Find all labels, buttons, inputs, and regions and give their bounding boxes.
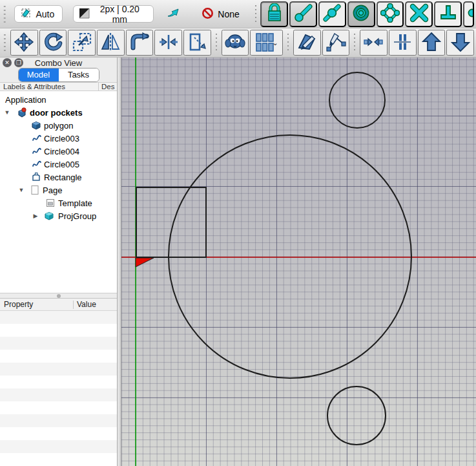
tree-column-header: Labels & Attributes Des <box>0 82 117 91</box>
working-plane-origin-marker[interactable] <box>136 258 154 267</box>
property-column-header[interactable]: Property <box>0 300 73 309</box>
linewidth-button[interactable]: 2px | 0.20 mm <box>73 5 154 23</box>
sketch-circle[interactable] <box>327 387 386 445</box>
array-button[interactable]: ⌄ <box>250 30 282 56</box>
autogroup-button[interactable]: None <box>198 5 243 24</box>
snap-intersection-icon <box>409 3 429 25</box>
snap-special-button[interactable] <box>377 1 404 27</box>
property-row[interactable] <box>0 376 117 388</box>
edit-button[interactable] <box>293 30 321 56</box>
tree-row-circle004[interactable]: Circle004 <box>0 145 117 158</box>
scale-icon <box>72 32 92 54</box>
tree-row-projgroup[interactable]: ▶ ProjGroup <box>0 209 117 222</box>
apply-style-button[interactable] <box>163 5 185 24</box>
snap-perpendicular-button[interactable] <box>434 1 462 27</box>
scale-button[interactable] <box>68 30 96 56</box>
linewidth-label: 2px | 0.20 mm <box>94 4 145 25</box>
tab-model[interactable]: Model <box>19 69 59 81</box>
tree-row-circle005[interactable]: Circle005 <box>0 158 117 171</box>
downgrade-button[interactable] <box>446 30 474 56</box>
toolbar-separator <box>214 32 218 53</box>
combo-view-tabs: Model Tasks <box>0 68 117 82</box>
split-icon <box>393 32 412 54</box>
toolbar-drag-handle[interactable] <box>3 5 6 24</box>
snap-endpoint-button[interactable] <box>289 1 317 27</box>
property-row[interactable] <box>0 324 117 337</box>
mirror-icon <box>101 32 120 54</box>
tree-row-template[interactable]: Template <box>0 196 117 209</box>
offset-button[interactable] <box>126 30 154 56</box>
rotate-button[interactable] <box>39 30 67 56</box>
apply-style-arrow-icon <box>167 8 181 20</box>
tree-row-page[interactable]: ▼ Page <box>0 184 117 196</box>
panel-splitter[interactable] <box>0 293 117 299</box>
workingplane-auto-label: Auto <box>36 9 54 19</box>
upgrade-button[interactable] <box>418 30 446 56</box>
combo-view-titlebar: ✕ ❐ Combo View <box>0 58 117 68</box>
tree-row-polygon[interactable]: polygon <box>0 119 117 132</box>
property-row[interactable] <box>0 414 117 427</box>
property-row[interactable] <box>0 311 117 324</box>
stretch-button[interactable] <box>183 30 211 56</box>
property-row[interactable] <box>0 363 117 376</box>
property-row[interactable] <box>0 388 117 401</box>
sketch-circle[interactable] <box>329 72 385 128</box>
property-row[interactable] <box>0 440 117 453</box>
expander-down-icon[interactable]: ▼ <box>18 187 25 193</box>
edit-icon <box>296 32 317 54</box>
snap-partial-clipped-button[interactable] <box>463 1 474 27</box>
template-icon <box>45 198 56 208</box>
clone-sheep-icon <box>225 32 245 54</box>
toolbar-separator <box>353 32 357 53</box>
snap-special-icon <box>380 3 400 25</box>
tree-row-circle003[interactable]: Circle003 <box>0 132 117 145</box>
sketch-rectangle[interactable] <box>136 187 206 257</box>
property-rows <box>0 311 117 466</box>
snap-lock-button[interactable] <box>260 1 288 27</box>
array-dropdown-caret[interactable]: ⌄ <box>273 39 278 47</box>
wire-curve-icon <box>32 146 42 156</box>
property-row[interactable] <box>0 453 117 466</box>
workingplane-auto-button[interactable]: Auto <box>14 5 63 23</box>
split-button[interactable] <box>389 30 417 56</box>
subelement-highlight-icon <box>326 32 346 54</box>
tree-row-rectangle[interactable]: Rectangle <box>0 171 117 184</box>
value-column-header[interactable]: Value <box>74 300 96 309</box>
move-icon <box>14 32 34 54</box>
property-table-header: Property Value <box>0 299 117 311</box>
mirror-button[interactable] <box>97 30 125 56</box>
property-row[interactable] <box>0 427 117 440</box>
stretch-icon <box>188 32 207 54</box>
join-icon <box>364 32 383 54</box>
expander-right-icon[interactable]: ▶ <box>32 213 39 219</box>
toolbar-modification: ⌄ <box>0 28 476 58</box>
toolbar-drag-handle[interactable] <box>3 33 7 52</box>
freecad-document-icon <box>17 107 27 118</box>
subelement-highlight-button[interactable] <box>322 30 350 56</box>
tab-tasks[interactable]: Tasks <box>59 69 99 81</box>
snap-midpoint-button[interactable] <box>318 1 346 27</box>
move-button[interactable] <box>10 30 38 56</box>
property-row[interactable] <box>0 337 117 350</box>
wire-curve-icon <box>32 159 42 169</box>
snap-intersection-button[interactable] <box>405 1 433 27</box>
property-row[interactable] <box>0 350 117 363</box>
projgroup-cube-icon <box>44 211 54 221</box>
combo-view-panel: ✕ ❐ Combo View Model Tasks Labels & Attr… <box>0 58 118 466</box>
trimex-button[interactable] <box>154 30 182 56</box>
expander-down-icon[interactable]: ▼ <box>4 109 10 116</box>
prohibition-icon <box>202 7 214 21</box>
wire-curve-icon <box>32 133 42 143</box>
snap-midpoint-icon <box>322 3 342 25</box>
property-row[interactable] <box>0 401 117 414</box>
draft-3d-view[interactable] <box>121 58 476 466</box>
join-button[interactable] <box>360 30 388 56</box>
tree-row-application[interactable]: Application <box>0 93 117 106</box>
tree-row-document[interactable]: ▼ door pockets <box>0 106 117 119</box>
freecad-window: Auto 2px | 0.20 mm <box>0 0 476 466</box>
snap-partial-icon <box>463 3 474 25</box>
snap-center-button[interactable] <box>347 1 375 27</box>
clone-sheep-button[interactable] <box>222 30 249 56</box>
model-tree: Application ▼ door pockets <box>0 91 117 293</box>
toolbar-separator <box>286 32 290 53</box>
